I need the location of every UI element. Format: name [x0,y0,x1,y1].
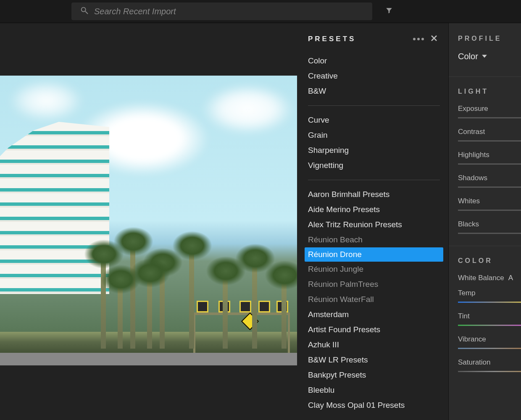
workspace: PRESETS ColorCreativeB&WCurveGrainSharpe… [0,23,521,420]
search-input[interactable] [94,7,364,16]
funnel-icon [385,7,393,16]
vibrance-label: Vibrance [458,335,521,344]
preset-item[interactable]: Réunion PalmTrees [308,277,440,292]
saturation-slider[interactable]: Saturation [458,358,521,372]
search-field[interactable] [71,3,372,20]
exposure-slider[interactable]: Exposure [458,105,521,118]
preset-item[interactable]: Réunion Beach [308,232,440,247]
preset-item[interactable]: Réunion Drone [305,247,443,262]
contrast-slider[interactable]: Contrast [458,128,521,142]
image-canvas[interactable] [0,23,297,420]
profile-value: Color [458,52,478,61]
whites-slider[interactable]: Whites [458,197,521,211]
preset-item[interactable]: Curve [308,113,440,128]
dots-icon [413,38,416,40]
temp-slider[interactable]: Temp [458,289,521,303]
tint-slider[interactable]: Tint [458,312,521,326]
preset-item[interactable]: Vignetting [308,158,440,173]
white-balance-value: A [508,274,513,282]
preset-item[interactable]: Clay Moss Opal 01 Presets [308,398,440,413]
preset-item[interactable]: Artist Found Presets [308,322,440,337]
light-section-title: LIGHT [458,88,521,95]
vibrance-slider[interactable]: Vibrance [458,335,521,349]
preset-divider [308,105,440,106]
preset-item[interactable]: Color [308,53,440,68]
highlights-slider[interactable]: Highlights [458,151,521,165]
chevron-down-icon [478,52,487,61]
profile-dropdown[interactable]: Color [458,52,521,61]
presets-title: PRESETS [308,35,413,43]
preset-item[interactable]: Réunion WaterFall [308,292,440,307]
shadows-label: Shadows [458,174,521,182]
preset-item[interactable]: Bleeblu [308,383,440,398]
section-divider [449,246,521,246]
preset-item[interactable]: Creative [308,68,440,84]
white-balance-label: White Balance [458,274,504,282]
tint-label: Tint [458,312,521,320]
preset-item[interactable]: B&W [308,84,440,99]
filter-button[interactable] [382,5,396,18]
color-section-title: COLOR [458,257,521,265]
preset-item[interactable]: Grain [308,128,440,143]
preset-item[interactable]: Alex Tritz Reunion Presets [308,217,440,232]
preset-item[interactable]: Sharpening [308,143,440,158]
saturation-label: Saturation [458,358,521,367]
presets-list[interactable]: ColorCreativeB&WCurveGrainSharpeningVign… [297,53,448,419]
more-options-button[interactable] [413,38,424,40]
preset-item[interactable]: Azhuk III [308,337,440,352]
adjustments-panel: PROFILE Color LIGHT Exposure Contrast Hi… [448,23,521,420]
top-bar [0,0,521,23]
presets-panel: PRESETS ColorCreativeB&WCurveGrainSharpe… [297,23,448,420]
close-button[interactable] [431,35,437,43]
whites-label: Whites [458,197,521,205]
search-icon [80,6,94,17]
preview-image [0,76,297,365]
profile-section-title: PROFILE [458,35,521,42]
shadows-slider[interactable]: Shadows [458,174,521,188]
exposure-label: Exposure [458,105,521,113]
preset-item[interactable]: Réunion Jungle [308,262,440,277]
temp-label: Temp [458,289,521,297]
highlights-label: Highlights [458,151,521,159]
preset-divider [308,180,440,180]
close-icon [431,36,437,43]
preset-item[interactable]: Amsterdam [308,307,440,322]
white-balance-row[interactable]: White Balance A [458,274,521,282]
section-divider [449,76,521,77]
blacks-slider[interactable]: Blacks [458,220,521,234]
blacks-label: Blacks [458,220,521,228]
preset-item[interactable]: B&W LR Presets [308,352,440,368]
preset-item[interactable]: Bankpyt Presets [308,368,440,383]
contrast-label: Contrast [458,128,521,136]
preset-item[interactable]: Aaron Brimhall Presets [308,187,440,202]
preset-item[interactable]: Aide Merino Presets [308,202,440,217]
